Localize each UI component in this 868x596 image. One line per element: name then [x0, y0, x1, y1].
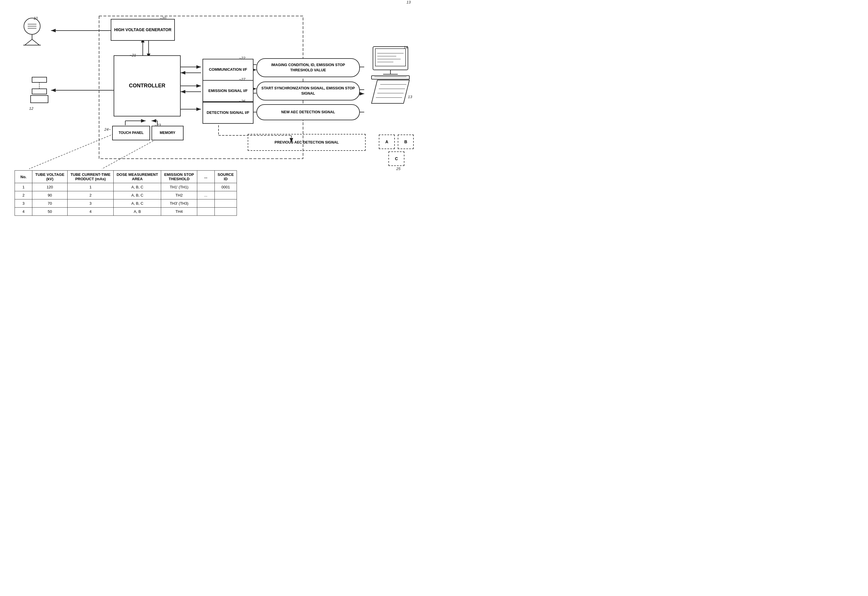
cell-r0-c3: A, B, C [114, 183, 161, 191]
new-aec-box: NEW AEC DETECTION SIGNAL [256, 104, 360, 120]
fpd-icon [368, 77, 412, 108]
cell-r3-c4: TH4 [161, 208, 197, 216]
sync-signal-box: START SYNCHRONIZATION SIGNAL, EMISSION S… [256, 81, 360, 100]
label-10: 10 [34, 16, 38, 21]
table-row: 11201A, B, CTH1' (TH1)0001 [15, 183, 237, 191]
cell-r2-c3: A, B, C [114, 199, 161, 208]
cell-r0-c2: 1 [67, 183, 113, 191]
cell-r0-c5 [197, 183, 214, 191]
label-21: ~21 [130, 53, 136, 58]
area-b-box: B [398, 134, 414, 149]
touch-panel-box: TOUCH PANEL [112, 126, 150, 140]
data-table: No. TUBE VOLTAGE (kV) TUBE CURRENT-TIME … [15, 170, 237, 216]
svg-rect-40 [32, 77, 47, 83]
label-12: 12 [29, 106, 33, 111]
label-23: ~23 [154, 123, 161, 127]
cell-r1-c3: A, B, C [114, 191, 161, 199]
area-a-box: A [379, 134, 395, 149]
cell-r3-c1: 50 [33, 208, 68, 216]
comm-if-box: COMMUNICATION I/F [203, 59, 253, 81]
col-no: No. [15, 171, 33, 183]
label-27: ~27 [239, 77, 245, 81]
cell-r1-c2: 2 [67, 191, 113, 199]
table-row: 4504A, BTH4 [15, 208, 237, 216]
area-c-box: C [388, 151, 404, 166]
detection-if-box: DETECTION SIGNAL I/F [203, 102, 253, 124]
controller-box: CONTROLLER [114, 55, 180, 117]
cell-r0-c0: 1 [15, 183, 33, 191]
svg-rect-41 [32, 89, 47, 94]
cell-r2-c4: TH3' (TH3) [161, 199, 197, 208]
col-emission-stop: EMISSION STOP THESHOLD [161, 171, 197, 183]
label-24: 24~ [104, 127, 111, 131]
svg-line-30 [29, 134, 114, 169]
col-dots: ... [197, 171, 214, 183]
label-25: 25 [396, 167, 400, 171]
svg-rect-44 [373, 47, 408, 70]
svg-rect-43 [31, 96, 48, 103]
col-tube-voltage: TUBE VOLTAGE (kV) [33, 171, 68, 183]
table-row: 3703A, B, CTH3' (TH3) [15, 199, 237, 208]
label-13: 13 [407, 0, 411, 4]
cell-r3-c0: 4 [15, 208, 33, 216]
label-22: ~22 [239, 56, 245, 60]
cell-r3-c2: 4 [67, 208, 113, 216]
cell-r0-c4: TH1' (TH1) [161, 183, 197, 191]
cell-r2-c2: 3 [67, 199, 113, 208]
cell-r1-c0: 2 [15, 191, 33, 199]
cell-r0-c1: 120 [33, 183, 68, 191]
label-13-text: 13 [408, 94, 412, 99]
cell-r2-c1: 70 [33, 199, 68, 208]
diagram-container: 10 12 14 [0, 0, 434, 298]
cell-r2-c6 [214, 199, 237, 208]
col-tube-current: TUBE CURRENT-TIME PRODUCT (mAs) [67, 171, 113, 183]
xray-tube-icon [18, 16, 47, 49]
arrows-svg [0, 0, 434, 298]
label-14: 14 [404, 45, 408, 50]
cell-r2-c0: 3 [15, 199, 33, 208]
cell-r3-c3: A, B [114, 208, 161, 216]
cell-r2-c5 [197, 199, 214, 208]
emission-if-box: EMISSION SIGNAL I/F [203, 80, 253, 102]
cell-r1-c6 [214, 191, 237, 199]
svg-line-35 [32, 39, 39, 45]
svg-marker-54 [371, 80, 410, 103]
cell-r1-c5: ... [197, 191, 214, 199]
cell-r3-c6 [214, 208, 237, 216]
hvg-box: HIGH VOLTAGE GENERATOR [111, 19, 175, 41]
col-source-id: SOURCE ID [214, 171, 237, 183]
col-dose-area: DOSE MEASUREMENT AREA [114, 171, 161, 183]
label-20: ~20 [160, 16, 166, 21]
svg-line-34 [25, 39, 32, 45]
imaging-condition-box: IMAGING CONDITION, ID, EMISSION STOP THR… [256, 58, 360, 77]
prev-aec-box: PREVIOUS AEC DETECTION SIGNAL [248, 134, 366, 151]
cell-r1-c4: TH2 [161, 191, 197, 199]
label-26: ~26 [239, 99, 245, 103]
cell-r1-c1: 90 [33, 191, 68, 199]
table-row: 2902A, B, CTH2... [15, 191, 237, 199]
svg-rect-45 [375, 49, 405, 66]
cell-r0-c6: 0001 [214, 183, 237, 191]
computer-icon [367, 45, 414, 81]
cell-r3-c5 [197, 208, 214, 216]
collimator-icon [29, 76, 50, 106]
memory-box: MEMORY [151, 126, 183, 140]
